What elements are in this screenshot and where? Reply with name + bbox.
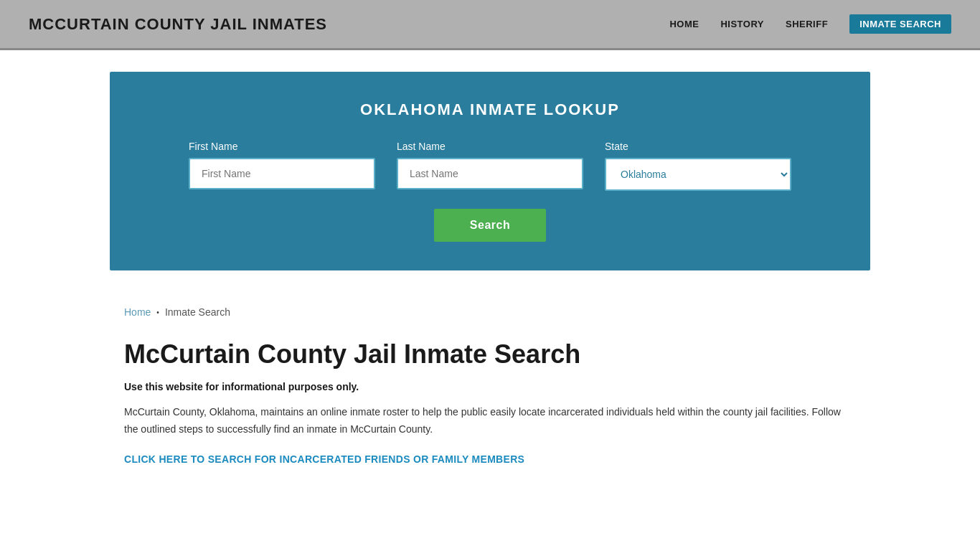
breadcrumb-home-link[interactable]: Home — [124, 306, 151, 318]
first-name-group: First Name — [189, 141, 375, 191]
first-name-label: First Name — [189, 141, 375, 152]
disclaimer-text: Use this website for informational purpo… — [124, 381, 856, 392]
breadcrumb-current: Inmate Search — [165, 306, 230, 318]
nav-inmate-search[interactable]: INMATE SEARCH — [849, 14, 951, 34]
state-select[interactable]: Oklahoma — [605, 158, 791, 191]
search-form-row: First Name Last Name State Oklahoma — [124, 141, 856, 191]
state-label: State — [605, 141, 791, 152]
breadcrumb: Home • Inmate Search — [124, 306, 856, 318]
first-name-input[interactable] — [189, 158, 375, 189]
search-button[interactable]: Search — [434, 209, 546, 242]
last-name-group: Last Name — [397, 141, 583, 191]
main-nav: HOME HISTORY SHERIFF INMATE SEARCH — [669, 14, 951, 34]
breadcrumb-separator: • — [156, 309, 159, 316]
nav-history[interactable]: HISTORY — [720, 19, 764, 29]
site-header: MCCURTAIN COUNTY JAIL INMATES HOME HISTO… — [0, 0, 980, 50]
search-button-row: Search — [124, 209, 856, 242]
last-name-label: Last Name — [397, 141, 583, 152]
last-name-input[interactable] — [397, 158, 583, 189]
site-title: MCCURTAIN COUNTY JAIL INMATES — [29, 15, 327, 34]
cta-search-link[interactable]: CLICK HERE to Search for Incarcerated Fr… — [124, 453, 524, 465]
lookup-title: OKLAHOMA INMATE LOOKUP — [124, 100, 856, 119]
description-text: McCurtain County, Oklahoma, maintains an… — [124, 404, 856, 438]
main-content: Home • Inmate Search McCurtain County Ja… — [95, 292, 885, 494]
state-group: State Oklahoma — [605, 141, 791, 191]
nav-home[interactable]: HOME — [669, 19, 699, 29]
page-title: McCurtain County Jail Inmate Search — [124, 339, 856, 369]
nav-sheriff[interactable]: SHERIFF — [786, 19, 828, 29]
inmate-lookup-section: OKLAHOMA INMATE LOOKUP First Name Last N… — [110, 72, 870, 270]
